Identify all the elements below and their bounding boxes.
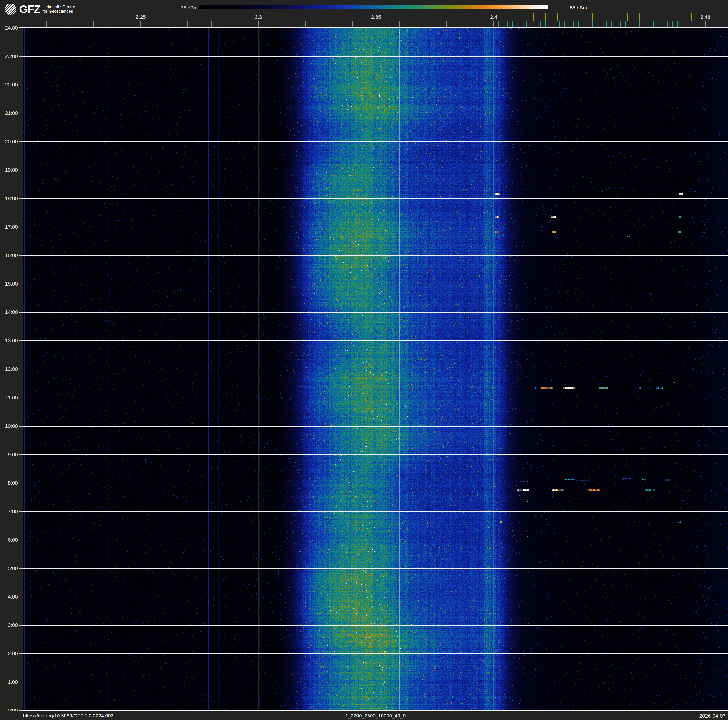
freq-label: 2.35	[371, 14, 381, 20]
freq-minor-tick	[470, 21, 470, 28]
logo-acronym: GFZ	[19, 3, 40, 15]
hour-tick	[19, 283, 23, 284]
bluetooth-channel-tick	[672, 21, 673, 28]
bluetooth-channel-tick	[606, 21, 607, 28]
hour-tick	[19, 597, 23, 597]
hour-label: 3:00	[0, 622, 18, 628]
colorbar-min-label: -75 dBm	[179, 5, 198, 11]
freq-minor-tick	[352, 21, 353, 28]
hour-label: 21:00	[0, 110, 18, 116]
gfz-globe-icon	[5, 3, 17, 15]
hour-label: 22:00	[0, 82, 18, 88]
freq-minor-tick	[117, 21, 118, 28]
spectrogram-page: GFZ Helmholtz Centre for Geosciences -75…	[0, 0, 728, 720]
freq-minor-tick	[305, 21, 306, 28]
bluetooth-channel-tick	[648, 21, 649, 28]
bluetooth-channel-tick	[616, 21, 616, 28]
bluetooth-channel-tick	[574, 21, 574, 28]
freq-minor-tick	[187, 21, 188, 28]
freq-minor-tick	[447, 21, 447, 28]
frequency-axis-line	[19, 28, 728, 28]
freq-minor-tick	[46, 21, 47, 28]
hour-label: 24:00	[0, 25, 18, 31]
wifi-channel-tick	[545, 13, 546, 21]
bluetooth-channel-tick	[597, 21, 597, 28]
hour-label: 20:00	[0, 139, 18, 145]
hour-tick	[19, 625, 23, 625]
bluetooth-channel-tick	[550, 21, 550, 28]
hour-tick	[19, 369, 23, 369]
bluetooth-channel-tick	[569, 21, 569, 28]
bluetooth-channel-tick	[611, 21, 612, 28]
bluetooth-channel-tick	[526, 21, 527, 28]
hour-tick	[19, 227, 23, 227]
colorbar-max-label: -55 dBm	[568, 5, 587, 11]
logo-org-name: Helmholtz Centre for Geosciences	[43, 5, 75, 14]
bluetooth-channel-tick	[564, 21, 564, 28]
hour-label: 2:00	[0, 651, 18, 657]
freq-minor-tick	[235, 21, 235, 28]
bluetooth-channel-tick	[540, 21, 541, 28]
hour-tick	[19, 28, 23, 28]
bluetooth-channel-tick	[658, 21, 659, 28]
footer: https://doi.org/10.5880/GFZ.1.2.2024.003…	[0, 711, 728, 720]
bluetooth-channel-tick	[508, 21, 508, 28]
hour-label: 18:00	[0, 196, 18, 202]
hour-tick	[19, 113, 23, 113]
bluetooth-channel-tick	[587, 21, 588, 28]
hour-label: 5:00	[0, 565, 18, 571]
bluetooth-channel-tick	[578, 21, 579, 28]
bluetooth-channel-tick	[560, 21, 560, 28]
freq-minor-tick	[399, 21, 400, 28]
hour-label: 23:00	[0, 54, 18, 60]
hour-tick	[19, 710, 23, 711]
bluetooth-channel-tick	[682, 21, 682, 28]
freq-minor-tick	[376, 21, 376, 28]
logo-org-line2: for Geosciences	[43, 9, 75, 14]
hour-tick	[19, 141, 23, 142]
freq-minor-tick	[423, 21, 423, 28]
wifi-channel-tick	[651, 13, 652, 21]
hour-tick	[19, 398, 23, 398]
hour-tick	[19, 198, 23, 199]
colorbar-gradient	[199, 5, 548, 9]
hour-tick	[19, 511, 23, 512]
freq-label: 2.25	[136, 14, 146, 20]
hour-tick	[19, 312, 23, 313]
bluetooth-channel-tick	[545, 21, 546, 28]
bluetooth-channel-tick	[592, 21, 593, 28]
wifi-channel-tick	[627, 13, 628, 21]
freq-label: 2.4	[490, 14, 497, 20]
hour-tick	[19, 84, 23, 85]
hour-label: 7:00	[0, 509, 18, 515]
bluetooth-channel-tick	[531, 21, 531, 28]
hour-label: 10:00	[0, 423, 18, 429]
wifi-channel-tick	[639, 13, 640, 21]
freq-minor-tick	[493, 21, 494, 28]
freq-minor-tick	[329, 21, 329, 28]
freq-label: 2.49	[700, 14, 710, 20]
bluetooth-channel-tick	[635, 21, 635, 28]
freq-minor-tick	[258, 21, 258, 28]
bluetooth-channel-tick	[536, 21, 536, 28]
bluetooth-channel-tick	[667, 21, 668, 28]
hour-tick	[19, 340, 23, 341]
hour-tick	[19, 540, 23, 540]
bluetooth-channel-tick	[663, 21, 663, 28]
hour-tick	[19, 170, 23, 170]
hour-tick	[19, 455, 23, 455]
freq-minor-tick	[141, 21, 141, 28]
freq-minor-tick	[23, 21, 23, 28]
wifi-channel-tick	[604, 13, 604, 21]
wifi-channel-tick	[522, 13, 522, 21]
bluetooth-channel-tick	[621, 21, 621, 28]
hour-label: 1:00	[0, 679, 18, 685]
wifi-channel-tick	[592, 13, 593, 21]
bluetooth-channel-tick	[555, 21, 555, 28]
hour-tick	[19, 426, 23, 426]
hour-label: 11:00	[0, 395, 18, 401]
bluetooth-channel-tick	[639, 21, 640, 28]
freq-minor-tick	[211, 21, 212, 28]
wifi-channel-tick	[663, 13, 663, 21]
hour-label: 12:00	[0, 366, 18, 372]
